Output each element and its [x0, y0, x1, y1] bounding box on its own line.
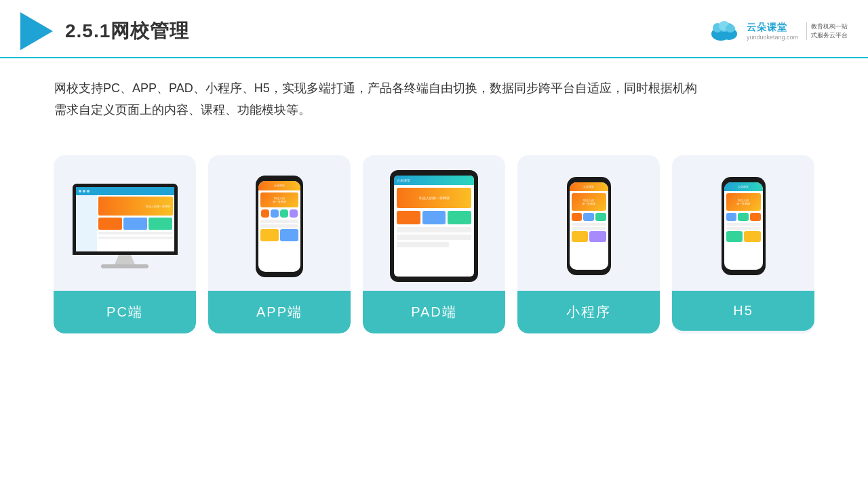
card-app-label: APP端	[208, 291, 351, 333]
description: 网校支持PC、APP、PAD、小程序、H5，实现多端打通，产品各终端自由切换，数…	[0, 58, 868, 128]
phone-screen: 云朵课堂 职达人的第一堂网课	[258, 181, 300, 272]
logo-area: 云朵课堂 yunduoketang.com 教育机构一站式服务云平台	[707, 19, 848, 43]
logo-name: 云朵课堂	[747, 22, 787, 34]
card-miniapp: 云朵课堂 职达人的第一堂网课	[517, 155, 660, 333]
card-pad-label: PAD端	[363, 291, 505, 333]
pc-monitor: 职达人的第一堂网课	[71, 184, 179, 268]
h5-phone-notch	[736, 177, 750, 180]
play-icon	[20, 12, 53, 50]
logo-slogan: 教育机构一站式服务云平台	[806, 22, 848, 39]
card-app: 云朵课堂 职达人的第一堂网课	[208, 155, 351, 333]
miniapp-phone-mockup: 云朵课堂 职达人的第一堂网课	[567, 177, 611, 275]
tablet-mockup: 云朵课堂 职达人的第一堂网课	[390, 170, 478, 282]
phone-notch	[271, 176, 288, 180]
monitor-body: 职达人的第一堂网课	[73, 184, 178, 255]
card-miniapp-image: 云朵课堂 职达人的第一堂网课	[517, 155, 660, 291]
h5-phone-screen: 云朵课堂 职达人的第一堂网课	[724, 182, 763, 270]
card-pad-image: 云朵课堂 职达人的第一堂网课	[363, 155, 505, 291]
card-miniapp-label: 小程序	[517, 291, 660, 333]
cards-container: 职达人的第一堂网课	[0, 135, 868, 347]
card-pc: 职达人的第一堂网课	[54, 155, 196, 333]
tablet-screen: 云朵课堂 职达人的第一堂网课	[394, 176, 474, 277]
h5-phone-mockup: 云朵课堂 职达人的第一堂网课	[722, 177, 766, 275]
mini-phone-screen: 云朵课堂 职达人的第一堂网课	[570, 182, 608, 270]
svg-rect-5	[714, 33, 734, 38]
card-h5: 云朵课堂 职达人的第一堂网课	[672, 155, 814, 333]
card-pc-label: PC端	[54, 291, 196, 333]
mini-phone-notch	[582, 177, 595, 180]
logo-url: yunduoketang.com	[747, 34, 798, 41]
svg-point-8	[726, 24, 735, 33]
app-phone-mockup: 云朵课堂 职达人的第一堂网课	[256, 176, 303, 277]
monitor-screen: 职达人的第一堂网课	[76, 187, 174, 251]
logo-cloud-icon	[707, 19, 741, 43]
card-pc-image: 职达人的第一堂网课	[54, 155, 196, 291]
card-h5-label: H5	[672, 291, 814, 331]
card-pad: 云朵课堂 职达人的第一堂网课	[363, 155, 505, 333]
logo-text-block: 云朵课堂 yunduoketang.com	[747, 22, 798, 41]
header: 2.5.1网校管理 云朵课堂 yunduoketang.com 教育机构一站式服…	[0, 0, 868, 58]
page-title: 2.5.1网校管理	[65, 18, 189, 44]
card-h5-image: 云朵课堂 职达人的第一堂网课	[672, 155, 814, 291]
description-text: 网校支持PC、APP、PAD、小程序、H5，实现多端打通，产品各终端自由切换，数…	[54, 81, 697, 117]
header-left: 2.5.1网校管理	[20, 12, 189, 50]
card-app-image: 云朵课堂 职达人的第一堂网课	[208, 155, 351, 291]
